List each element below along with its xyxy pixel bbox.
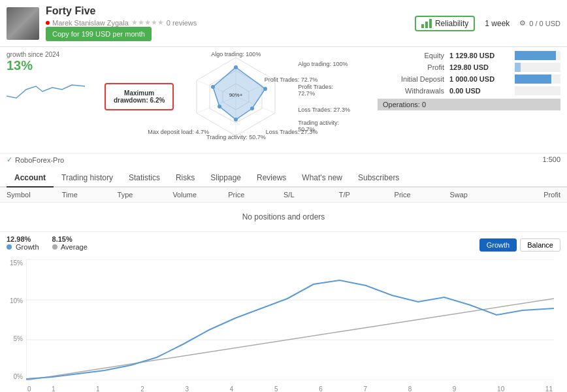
x-6: 6 <box>319 385 323 392</box>
col-sl: S/L <box>284 191 339 199</box>
operations-text: Operations: 0 <box>383 101 426 108</box>
gear-icon: ⚙ <box>519 19 526 27</box>
tab-whats-new[interactable]: What's new <box>294 169 350 188</box>
x-0: 0 <box>27 385 31 392</box>
x-10: 10 <box>497 385 504 392</box>
cost-value: 0 / 0 USD <box>529 20 560 27</box>
col-price1: Price <box>228 191 284 199</box>
y-axis: 15% 10% 5% 0% <box>7 259 25 380</box>
equity-label: Equity <box>378 52 449 59</box>
chart-controls: Growth Balance <box>479 238 560 252</box>
stats-row: growth since 2024 13% Maximumdrawdown: 6… <box>0 47 567 153</box>
profit-label: Profit Trades: 72.7% <box>265 76 318 83</box>
withdrawals-value: 0.00 USD <box>449 87 515 95</box>
y-label-0: 0% <box>7 373 25 380</box>
initial-label: Initial Deposit <box>378 75 449 83</box>
reliability-badge: Reliability <box>415 16 475 31</box>
initial-row: Initial Deposit 1 000.00 USD <box>378 74 560 84</box>
provider-name: ✓ RoboForex-Pro <box>7 155 64 164</box>
reliability-label: Reliability <box>435 19 468 28</box>
mini-chart <box>7 73 85 106</box>
profit-label-text: Profit <box>378 63 449 71</box>
withdrawals-row: Withdrawals 0.00 USD <box>378 86 560 95</box>
copy-cost: ⚙ 0 / 0 USD <box>519 19 560 27</box>
equity-bar-wrap <box>515 51 560 60</box>
growth-legend: 12.98% Growth <box>7 235 39 251</box>
algo-label: Algo trading: 100% <box>211 51 261 57</box>
reliability-bars <box>421 19 432 28</box>
author-name: Marek Stanislaw Zygala <box>52 19 129 27</box>
tab-trading-history[interactable]: Trading history <box>54 169 121 188</box>
bar1 <box>421 24 424 28</box>
chart-wrapper: 15% 10% 5% 0% <box>7 259 560 382</box>
tab-reviews[interactable]: Reviews <box>249 169 294 188</box>
growth-section: growth since 2024 13% <box>7 51 98 149</box>
balance-btn[interactable]: Balance <box>520 238 560 252</box>
y-label-5: 5% <box>7 335 25 342</box>
x-axis: 0 1 1 2 3 4 5 6 7 8 9 10 11 <box>26 385 554 392</box>
profit-bar-wrap <box>515 63 560 72</box>
header-info: Forty Five Marek Stanislaw Zygala ★★★★★ … <box>46 5 415 41</box>
x-9: 9 <box>453 385 457 392</box>
withdrawals-label: Withdrawals <box>378 87 449 95</box>
leverage: 1:500 <box>542 155 560 164</box>
provider-row: ✓ RoboForex-Pro 1:500 <box>0 153 567 166</box>
initial-bar-wrap <box>515 74 560 84</box>
chart-svg <box>26 259 554 380</box>
svg-text:90%+: 90%+ <box>229 92 243 98</box>
col-time: Time <box>62 191 118 199</box>
svg-point-10 <box>234 118 238 122</box>
profit-value: 129.80 USD <box>449 63 515 71</box>
empty-message: No positions and orders <box>0 203 567 232</box>
tab-account[interactable]: Account <box>7 169 54 188</box>
x-11: 11 <box>545 385 553 392</box>
loss-label: Loss Trades: 27.3% <box>266 129 318 135</box>
growth-btn[interactable]: Growth <box>479 238 517 252</box>
tab-risks[interactable]: Risks <box>168 169 202 188</box>
x-7: 7 <box>363 385 367 392</box>
bar2 <box>425 22 428 28</box>
tab-statistics[interactable]: Statistics <box>121 169 168 188</box>
equity-bar <box>515 51 556 60</box>
radar-labels: Algo trading: 100% Profit Trades: 72.7% … <box>298 61 350 133</box>
avatar <box>7 7 39 40</box>
page-header: Forty Five Marek Stanislaw Zygala ★★★★★ … <box>0 0 567 47</box>
equity-section: Equity 1 129.80 USD Profit 129.80 USD In… <box>378 51 560 149</box>
y-label-10: 10% <box>7 297 25 304</box>
col-volume: Volume <box>172 191 228 199</box>
svg-point-11 <box>218 105 221 108</box>
loss-trades-text: Loss Trades: 27.3% <box>298 106 350 113</box>
svg-point-7 <box>234 65 238 69</box>
growth-legend-label: Growth <box>16 243 39 251</box>
copy-button[interactable]: Copy for 199 USD per month <box>46 27 152 41</box>
col-price2: Price <box>395 191 450 199</box>
avg-legend: 8.15% Average <box>52 235 88 251</box>
table-header: Symbol Time Type Volume Price S/L T/P Pr… <box>0 188 567 203</box>
x-1a: 1 <box>52 385 56 392</box>
avg-legend-label: Average <box>61 243 88 251</box>
col-symbol: Symbol <box>7 191 62 199</box>
equity-row: Equity 1 129.80 USD <box>378 51 560 60</box>
col-tp: T/P <box>339 191 395 199</box>
signal-title: Forty Five <box>46 5 415 17</box>
withdrawals-bar-wrap <box>515 86 560 95</box>
avg-dot <box>52 244 57 250</box>
provider-label: RoboForex-Pro <box>15 156 64 164</box>
svg-point-12 <box>211 85 215 89</box>
tab-slippage[interactable]: Slippage <box>202 169 249 188</box>
chart-legend: 12.98% Growth 8.15% Average <box>7 235 88 251</box>
col-type: Type <box>118 191 173 199</box>
chart-legend-row: 12.98% Growth 8.15% Average Growth Balan… <box>7 235 560 254</box>
x-2: 2 <box>140 385 144 392</box>
tabs-bar: Account Trading history Statistics Risks… <box>0 169 567 188</box>
avg-legend-value: 8.15% <box>52 235 73 243</box>
profit-row: Profit 129.80 USD <box>378 63 560 72</box>
y-label-15: 15% <box>7 259 25 267</box>
radar-chart: 90%+ Algo trading: 100% Profit Trades: 7… <box>180 51 291 142</box>
drawdown-box: Maximumdrawdown: 6.2% <box>105 83 174 110</box>
growth-legend-value: 12.98% <box>7 235 31 243</box>
tab-subscribers[interactable]: Subscribers <box>350 169 407 188</box>
stars: ★★★★★ <box>131 18 164 27</box>
initial-value: 1 000.00 USD <box>449 75 515 83</box>
algo-trading-text: Algo trading: 100% <box>298 61 350 67</box>
